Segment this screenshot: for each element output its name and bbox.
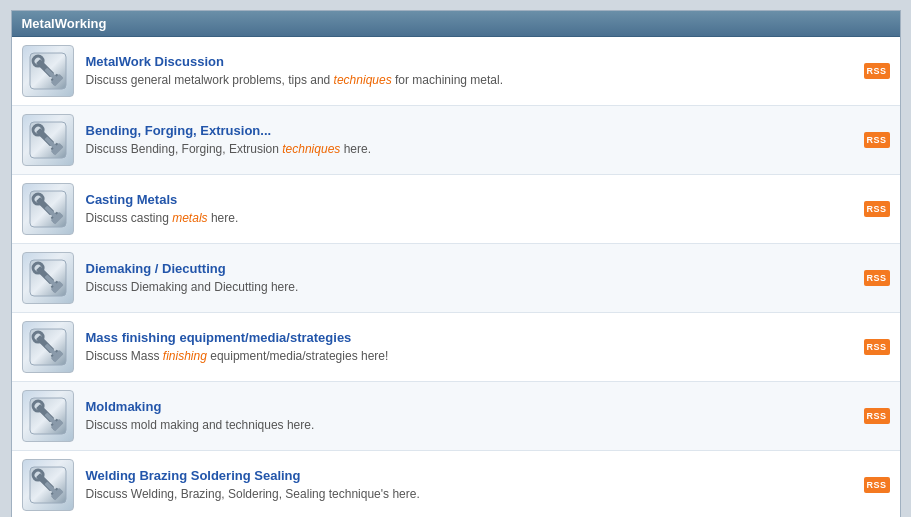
forum-header: MetalWorking (12, 11, 900, 37)
rss-badge[interactable]: RSS (864, 408, 890, 424)
forum-row: MetalWork DiscussionDiscuss general meta… (12, 37, 900, 106)
forum-title-link[interactable]: Casting Metals (86, 192, 856, 207)
forum-content: MoldmakingDiscuss mold making and techni… (86, 399, 856, 434)
forum-row: MoldmakingDiscuss mold making and techni… (12, 382, 900, 451)
forum-description: Discuss mold making and techniques here. (86, 417, 856, 434)
forum-content: Welding Brazing Soldering SealingDiscuss… (86, 468, 856, 503)
rss-badge[interactable]: RSS (864, 477, 890, 493)
forum-icon (22, 321, 74, 373)
forum-icon (22, 183, 74, 235)
forum-title-link[interactable]: Moldmaking (86, 399, 856, 414)
forum-icon (22, 45, 74, 97)
forum-row: Diemaking / DiecuttingDiscuss Diemaking … (12, 244, 900, 313)
forum-description: Discuss Diemaking and Diecutting here. (86, 279, 856, 296)
forum-title-link[interactable]: Welding Brazing Soldering Sealing (86, 468, 856, 483)
forum-row: Welding Brazing Soldering SealingDiscuss… (12, 451, 900, 517)
rss-badge[interactable]: RSS (864, 201, 890, 217)
forum-icon (22, 252, 74, 304)
forum-description: Discuss Mass finishing equipment/media/s… (86, 348, 856, 365)
forum-content: Mass finishing equipment/media/strategie… (86, 330, 856, 365)
forum-rows-container: MetalWork DiscussionDiscuss general meta… (12, 37, 900, 517)
forum-title: MetalWorking (22, 16, 107, 31)
forum-icon (22, 459, 74, 511)
forum-content: Diemaking / DiecuttingDiscuss Diemaking … (86, 261, 856, 296)
rss-badge[interactable]: RSS (864, 270, 890, 286)
forum-icon (22, 390, 74, 442)
forum-content: Casting MetalsDiscuss casting metals her… (86, 192, 856, 227)
forum-description: Discuss casting metals here. (86, 210, 856, 227)
rss-badge[interactable]: RSS (864, 63, 890, 79)
forum-description: Discuss Welding, Brazing, Soldering, Sea… (86, 486, 856, 503)
forum-title-link[interactable]: Mass finishing equipment/media/strategie… (86, 330, 856, 345)
forum-description: Discuss general metalwork problems, tips… (86, 72, 856, 89)
forum-row: Mass finishing equipment/media/strategie… (12, 313, 900, 382)
rss-badge[interactable]: RSS (864, 339, 890, 355)
forum-row: Casting MetalsDiscuss casting metals her… (12, 175, 900, 244)
forum-description: Discuss Bending, Forging, Extrusion tech… (86, 141, 856, 158)
forum-title-link[interactable]: Diemaking / Diecutting (86, 261, 856, 276)
rss-badge[interactable]: RSS (864, 132, 890, 148)
forum-row: Bending, Forging, Extrusion...Discuss Be… (12, 106, 900, 175)
forum-content: MetalWork DiscussionDiscuss general meta… (86, 54, 856, 89)
forum-title-link[interactable]: MetalWork Discussion (86, 54, 856, 69)
forum-title-link[interactable]: Bending, Forging, Extrusion... (86, 123, 856, 138)
forum-icon (22, 114, 74, 166)
forum-container: MetalWorking (11, 10, 901, 517)
forum-content: Bending, Forging, Extrusion...Discuss Be… (86, 123, 856, 158)
